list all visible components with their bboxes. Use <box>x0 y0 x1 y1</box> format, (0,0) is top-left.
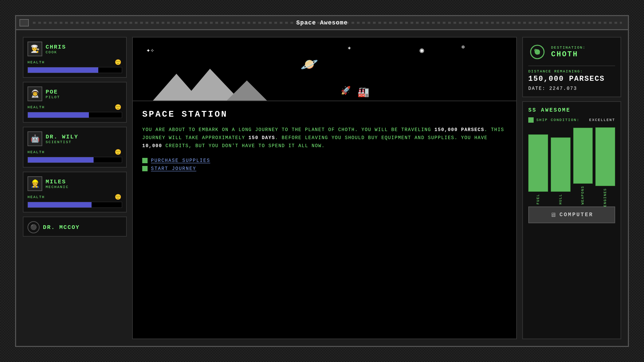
main-window: Space Awesome 👨‍🍳 CHRIS COOK HEALTH 🙂 <box>15 15 629 347</box>
crew-card-miles: 👷 MILES MECHANIC HEALTH 🙂 <box>23 172 127 213</box>
computer-icon: 🖥 <box>550 212 556 219</box>
computer-button[interactable]: 🖥 COMPUTER <box>528 206 615 223</box>
crew-info-miles: MILES MECHANIC <box>46 179 69 189</box>
health-bar-fill-chris <box>28 67 98 73</box>
menu-bullet-icon <box>142 158 148 163</box>
bar-label-hull: HULL <box>559 194 562 204</box>
svg-point-8 <box>538 53 540 54</box>
health-label-poe: HEALTH 🙂 <box>28 104 122 111</box>
destination-header: DESTINATION: CHOTH <box>528 43 615 61</box>
menu-bullet-icon <box>142 166 148 171</box>
bar-wrapper-weapons <box>573 127 593 184</box>
crew-card-dr-wily: 🤖 DR. WILY SCIENTIST HEALTH 🙂 <box>23 127 127 168</box>
bar-fill-fuel <box>528 134 548 192</box>
bar-item-weapons: WEAPONS <box>573 127 593 204</box>
crew-name-chris: CHRIS <box>46 44 66 50</box>
svg-marker-2 <box>227 80 267 101</box>
crew-panel: 👨‍🍳 CHRIS COOK HEALTH 🙂 👨‍🚀 <box>23 37 127 339</box>
condition-indicator-icon <box>528 117 534 123</box>
crew-avatar-chris: 👨‍🍳 <box>28 42 42 56</box>
ship-bars: FUEL HULL WEAPONS ENGINES <box>528 127 615 204</box>
crew-name-dr-mccoy: DR. MCCOY <box>43 224 80 231</box>
menu-items: PURCHASE SUPPLIES START JOURNEY <box>142 158 507 171</box>
health-label-dr-wily: HEALTH 🙂 <box>28 149 122 156</box>
health-bar-chris <box>28 67 122 73</box>
start-journey-link[interactable]: START JOURNEY <box>151 166 196 171</box>
rocket-icon: 🚀 <box>341 86 351 96</box>
window-title: Space Awesome <box>296 19 347 26</box>
eye-icon: ◉ <box>420 46 424 55</box>
titlebar-button[interactable] <box>19 19 29 26</box>
crew-header-poe: 👨‍🚀 POE PILOT <box>28 86 122 101</box>
bar-item-engines: ENGINES <box>595 127 615 204</box>
divider <box>528 66 615 66</box>
info-panel: DESTINATION: CHOTH DISTANCE REMAINING: 1… <box>522 37 621 339</box>
purchase-supplies-link[interactable]: PURCHASE SUPPLIES <box>151 158 210 163</box>
crew-card-poe: 👨‍🚀 POE PILOT HEALTH 🙂 <box>23 82 127 123</box>
health-bar-fill-dr-wily <box>28 157 94 163</box>
days-highlight: 150 DAYS <box>249 135 275 140</box>
condition-label: SHIP CONDITION: <box>536 118 580 122</box>
crew-info-chris: CHRIS COOK <box>46 44 66 54</box>
ship-title: SS AWESOME <box>528 107 615 113</box>
health-bar-miles <box>28 202 122 208</box>
main-panel: ✦✧ ✶ ◉ ✼ 🪐 🚀 🏭 SP <box>132 37 517 339</box>
health-bar-dr-wily <box>28 157 122 163</box>
start-journey-item[interactable]: START JOURNEY <box>142 166 507 171</box>
text-area: SPACE STATION YOU ARE ABOUT TO EMBARK ON… <box>133 101 516 339</box>
crew-info-dr-mccoy: DR. MCCOY <box>43 224 80 231</box>
computer-label: COMPUTER <box>559 212 593 218</box>
credits-highlight: 10,000 <box>142 143 162 148</box>
crew-header-chris: 👨‍🍳 CHRIS COOK <box>28 42 122 56</box>
location-title: SPACE STATION <box>142 109 507 119</box>
crew-role-dr-wily: SCIENTIST <box>46 140 78 144</box>
crew-avatar-poe: 👨‍🚀 <box>28 86 42 101</box>
bar-label-weapons: WEAPONS <box>581 186 585 204</box>
content-area: 👨‍🍳 CHRIS COOK HEALTH 🙂 👨‍🚀 <box>16 30 628 346</box>
crew-avatar-miles: 👷 <box>28 176 42 191</box>
crew-avatar-dr-wily: 🤖 <box>28 131 42 146</box>
distance-label: DISTANCE REMAINING: <box>528 69 615 73</box>
crew-card-chris: 👨‍🍳 CHRIS COOK HEALTH 🙂 <box>23 37 127 78</box>
health-bar-poe <box>28 112 122 118</box>
bar-item-fuel: FUEL <box>528 127 548 204</box>
crew-info-poe: POE PILOT <box>46 89 60 99</box>
scene-area: ✦✧ ✶ ◉ ✼ 🪐 🚀 🏭 <box>133 38 516 101</box>
health-label-miles: HEALTH 🙂 <box>28 194 122 200</box>
bar-fill-weapons <box>573 128 593 184</box>
crew-header-miles: 👷 MILES MECHANIC <box>28 176 122 191</box>
factory-icon: 🏭 <box>358 86 369 98</box>
bar-label-engines: ENGINES <box>603 188 607 207</box>
health-bar-fill-poe <box>28 112 89 118</box>
titlebar: Space Awesome <box>16 16 628 30</box>
ship-card: SS AWESOME SHIP CONDITION: EXCELLENT FUE… <box>522 101 621 339</box>
bar-label-fuel: FUEL <box>536 194 540 204</box>
crew-name-poe: POE <box>46 89 60 95</box>
star-icon: ✶ <box>347 44 351 52</box>
crew-role-chris: COOK <box>46 50 66 54</box>
parsecs-highlight: 150,000 PARSECS <box>434 127 484 132</box>
mountains <box>133 60 341 101</box>
crew-role-poe: PILOT <box>46 95 60 99</box>
purchase-supplies-item[interactable]: PURCHASE SUPPLIES <box>142 158 507 163</box>
crew-card-dr-mccoy: ⚫ DR. MCCOY <box>23 217 127 237</box>
ship-condition: SHIP CONDITION: EXCELLENT <box>528 117 615 123</box>
distance-value: 150,000 PARSECS <box>528 75 615 83</box>
bar-wrapper-fuel <box>528 127 548 192</box>
destination-card: DESTINATION: CHOTH DISTANCE REMAINING: 1… <box>522 37 621 97</box>
destination-label: DESTINATION: <box>551 46 586 50</box>
star-icon: ✦✧ <box>146 46 154 54</box>
date-value: DATE: 2247.073 <box>528 86 615 91</box>
crew-name-dr-wily: DR. WILY <box>46 134 78 140</box>
condition-value: EXCELLENT <box>589 118 615 122</box>
star-icon: ✼ <box>462 44 465 50</box>
crew-info-dr-wily: DR. WILY SCIENTIST <box>46 134 78 144</box>
bar-fill-hull <box>551 137 571 192</box>
destination-info: DESTINATION: CHOTH <box>551 46 586 59</box>
health-label-chris: HEALTH 🙂 <box>28 59 122 66</box>
destination-name: CHOTH <box>551 50 586 59</box>
crew-header-dr-mccoy: ⚫ DR. MCCOY <box>28 221 122 233</box>
titlebar-decoration <box>33 22 325 24</box>
bar-item-hull: HULL <box>551 127 571 204</box>
health-bar-fill-miles <box>28 202 92 207</box>
